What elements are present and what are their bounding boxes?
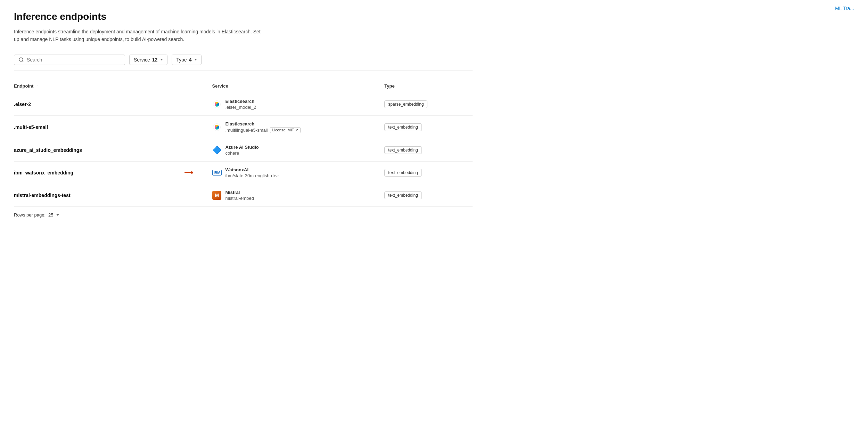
service-name-text: WatsonxAI [225,167,279,172]
rows-per-page-value: 25 [48,212,53,218]
type-cell: text_embedding [379,161,473,184]
chevron-down-icon [194,59,197,60]
type-badge: text_embedding [384,123,421,131]
service-model-text: .multilingual-e5-small License: MIT ↗ [225,127,301,133]
service-name-text: Elasticsearch [225,121,301,126]
type-badge: text_embedding [384,169,421,177]
type-badge: text_embedding [384,146,421,154]
table-row[interactable]: mistral-embeddings-test M Mistral mistra… [14,184,473,206]
table-row[interactable]: .multi-e5-small Elasticsearch .multiling… [14,115,473,139]
type-filter-label: Type [176,57,187,63]
service-logo: 🔷 [212,145,222,155]
service-column-header: Service [206,79,379,93]
footer-toolbar: Rows per page: 25 [14,207,473,218]
license-badge: License: MIT ↗ [270,127,301,133]
endpoint-cell: ibm_watsonx_embedding [14,161,206,184]
service-filter-label: Service [134,57,150,63]
endpoint-cell: .multi-e5-small [14,115,206,139]
table-row[interactable]: azure_ai_studio_embeddings 🔷 Azure AI St… [14,139,473,161]
endpoint-column-header[interactable]: Endpoint ↑ [14,79,206,93]
service-info: WatsonxAI ibm/slate-30m-english-rtrvr [225,167,279,178]
service-info: Elasticsearch .elser_model_2 [225,99,256,110]
service-model-text: cohere [225,150,259,156]
chevron-down-icon [56,214,59,216]
search-icon [18,57,24,63]
endpoint-cell: azure_ai_studio_embeddings [14,139,206,161]
service-info: Elasticsearch .multilingual-e5-small Lic… [225,121,301,133]
service-cell: ⟶ IBM WatsonxAI ibm/slate-30m-english-rt… [206,161,379,184]
service-model-text: ibm/slate-30m-english-rtrvr [225,173,279,178]
type-cell: sparse_embedding [379,93,473,115]
svg-point-5 [215,103,216,106]
table-row[interactable]: .elser-2 Elasticsearch .elser_model_2 sp… [14,93,473,115]
red-arrow: ⟶ [184,169,193,177]
type-cell: text_embedding [379,184,473,206]
type-cell: text_embedding [379,139,473,161]
type-filter-button[interactable]: Type 4 [172,55,202,65]
svg-point-10 [215,125,216,129]
service-name-text: Azure AI Studio [225,145,259,150]
svg-line-1 [22,61,23,62]
sort-icon: ↑ [36,84,38,88]
rows-per-page-label: Rows per page: [14,212,46,218]
service-info: Azure AI Studio cohere [225,145,259,156]
service-cell: 🔷 Azure AI Studio cohere [206,139,379,161]
type-badge: sparse_embedding [384,100,427,108]
toolbar: Service 12 Type 4 [14,55,473,71]
service-info: Mistral mistral-embed [225,190,254,201]
endpoint-cell: .elser-2 [14,93,206,115]
service-name-text: Elasticsearch [225,99,256,104]
type-filter-count: 4 [189,57,192,63]
type-badge: text_embedding [384,191,421,199]
rows-per-page-selector[interactable]: 25 [48,212,59,218]
service-name-text: Mistral [225,190,254,195]
endpoints-table: Endpoint ↑ Service Type .elser-2 [14,79,473,207]
svg-point-6 [218,103,219,106]
type-cell: text_embedding [379,115,473,139]
service-model-text: mistral-embed [225,196,254,201]
service-cell: M Mistral mistral-embed [206,184,379,206]
page-title: Inference endpoints [14,11,473,22]
service-model-text: .elser_model_2 [225,105,256,110]
table-row[interactable]: ibm_watsonx_embedding ⟶ IBM WatsonxAI ib… [14,161,473,184]
ml-training-link[interactable]: ML Tra... [835,6,854,11]
service-logo [212,122,222,132]
service-logo: M [212,190,222,200]
service-logo: IBM [212,168,222,178]
svg-point-11 [218,125,219,129]
service-cell: Elasticsearch .multilingual-e5-small Lic… [206,115,379,139]
service-logo [212,99,222,109]
service-filter-button[interactable]: Service 12 [129,55,167,65]
chevron-down-icon [160,59,163,60]
page-description: Inference endpoints streamline the deplo… [14,28,264,43]
svg-point-0 [19,58,23,62]
search-input[interactable] [27,57,121,63]
search-box[interactable] [14,55,125,65]
table-header-row: Endpoint ↑ Service Type [14,79,473,93]
service-filter-count: 12 [152,57,158,63]
service-cell: Elasticsearch .elser_model_2 [206,93,379,115]
endpoint-cell: mistral-embeddings-test [14,184,206,206]
type-column-header: Type [379,79,473,93]
